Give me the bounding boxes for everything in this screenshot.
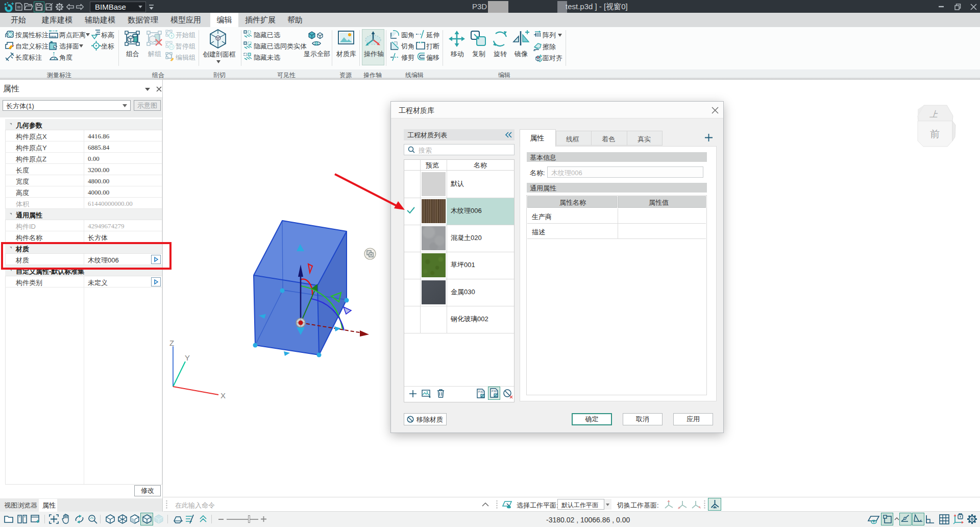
svg-text:Y: Y: [185, 353, 190, 362]
svg-text:Z: Z: [169, 339, 174, 347]
svg-text:P3D: P3D: [478, 390, 484, 393]
svg-text:前: 前: [930, 129, 940, 139]
svg-text:P3D: P3D: [492, 390, 497, 393]
svg-text:X: X: [220, 391, 226, 400]
